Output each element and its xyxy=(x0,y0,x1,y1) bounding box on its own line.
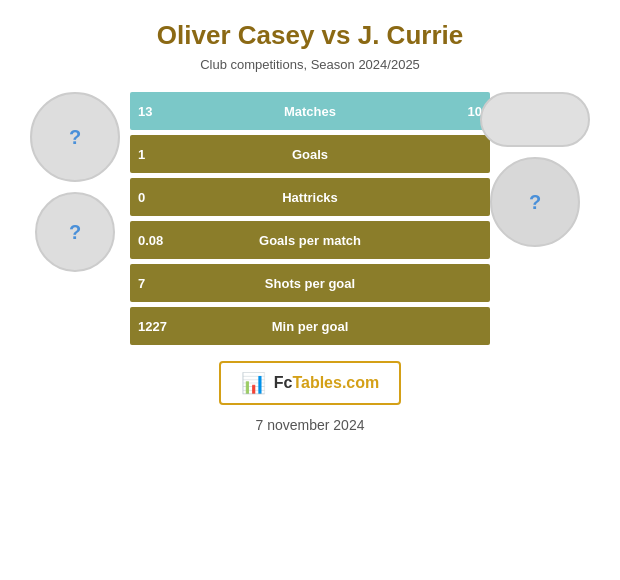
stat-bar-3: 0.08Goals per match xyxy=(130,221,490,259)
stat-label-1: Goals xyxy=(292,147,328,162)
brand-chart-icon: 📊 xyxy=(241,371,266,395)
stat-value-left-1: 1 xyxy=(138,147,145,162)
stat-value-left-2: 0 xyxy=(138,190,145,205)
stat-row: 1Goals xyxy=(130,135,490,173)
stat-value-left-3: 0.08 xyxy=(138,233,163,248)
stat-bar-2: 0Hattricks xyxy=(130,178,490,216)
brand-text: FcTables.com xyxy=(274,374,380,392)
page-title: Oliver Casey vs J. Currie xyxy=(157,20,463,51)
question-icon-3: ? xyxy=(529,191,541,214)
stat-label-5: Min per goal xyxy=(272,319,349,334)
stat-label-0: Matches xyxy=(284,104,336,119)
question-icon-1: ? xyxy=(69,126,81,149)
stat-bar-1: 1Goals xyxy=(130,135,490,173)
stat-row: 0.08Goals per match xyxy=(130,221,490,259)
stat-label-4: Shots per goal xyxy=(265,276,355,291)
stat-value-left-4: 7 xyxy=(138,276,145,291)
player1-avatar-bottom: ? xyxy=(35,192,115,272)
stat-value-left-0: 13 xyxy=(138,104,152,119)
stat-row: 0Hattricks xyxy=(130,178,490,216)
page-container: Oliver Casey vs J. Currie Club competiti… xyxy=(0,0,620,580)
player2-avatar-bottom: ? xyxy=(490,157,580,247)
stat-value-left-5: 1227 xyxy=(138,319,167,334)
stat-row: 1227Min per goal xyxy=(130,307,490,345)
stat-label-2: Hattricks xyxy=(282,190,338,205)
stat-bar-0: 13Matches10 xyxy=(130,92,490,130)
stats-container: 13Matches101Goals0Hattricks0.08Goals per… xyxy=(130,92,490,345)
left-avatars: ? ? xyxy=(30,92,120,272)
stat-bar-4: 7Shots per goal xyxy=(130,264,490,302)
date-label: 7 november 2024 xyxy=(256,417,365,433)
stat-bar-5: 1227Min per goal xyxy=(130,307,490,345)
stat-label-3: Goals per match xyxy=(259,233,361,248)
stat-row: 7Shots per goal xyxy=(130,264,490,302)
right-avatars: ? xyxy=(480,92,590,247)
page-subtitle: Club competitions, Season 2024/2025 xyxy=(200,57,420,72)
brand-fc: Fc xyxy=(274,374,293,391)
player1-avatar-top: ? xyxy=(30,92,120,182)
player2-avatar-top xyxy=(480,92,590,147)
question-icon-2: ? xyxy=(69,221,81,244)
brand-box: 📊 FcTables.com xyxy=(219,361,402,405)
stat-row: 13Matches10 xyxy=(130,92,490,130)
